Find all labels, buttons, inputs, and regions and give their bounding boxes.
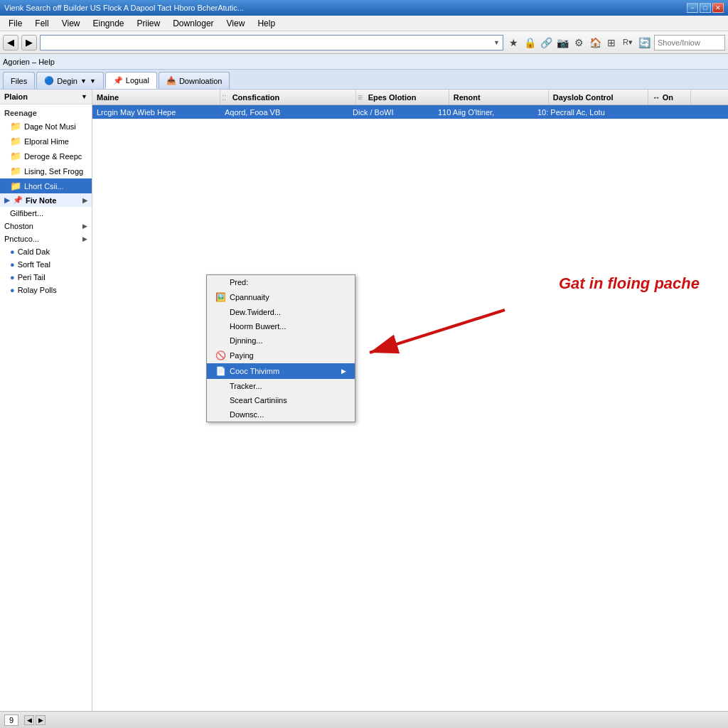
tab-degin-arrow2[interactable]: ▼ <box>90 77 96 85</box>
scroll-left-button[interactable]: ◀ <box>24 715 34 725</box>
tab-logual-label: Logual <box>126 76 149 85</box>
minimize-button[interactable]: − <box>687 3 698 13</box>
pin-icon: 📌 <box>13 196 23 205</box>
sidebar-item-fiv-note[interactable]: ▶ 📌 Fiv Note ▶ <box>0 193 92 207</box>
sidebar-item-lhort[interactable]: 📁 Lhort Csii... <box>0 178 92 193</box>
sidebar-section-reenage: Reenage <box>0 105 92 119</box>
menu-downloger[interactable]: Downloger <box>167 17 219 30</box>
address-dropdown-icon[interactable]: ▼ <box>493 39 500 46</box>
folder-icon-3: 📁 <box>10 151 21 161</box>
tab-degin-arrow[interactable]: ▼ <box>80 77 87 85</box>
ctx-cpannuaity[interactable]: 🖼️ Cpannuaity <box>207 289 355 305</box>
degin-icon: 🔵 <box>44 76 54 85</box>
tab-files-label: Files <box>11 77 27 85</box>
sidebar-item-dage-not-musi[interactable]: 📁 Dage Not Musi <box>0 119 92 134</box>
blue-dot-icon-4: ● <box>10 286 15 294</box>
tab-downloation-label: Downloation <box>179 77 223 85</box>
sidebar-item-sorft-teal[interactable]: ● Sorft Teal <box>0 258 92 271</box>
sidebar-item-peri-tail[interactable]: ● Peri Tail <box>0 271 92 284</box>
menu-view2[interactable]: View <box>221 17 251 30</box>
ctx-paying[interactable]: 🚫 Paying <box>207 348 355 363</box>
star-icon[interactable]: ★ <box>506 36 520 50</box>
camera-icon[interactable]: 📷 <box>555 36 569 50</box>
arrow-icon-fiv: ▶ <box>4 196 10 204</box>
ctx-downsc[interactable]: Downsc... <box>207 407 355 422</box>
col-sep-1: :: <box>220 92 228 102</box>
status-bar: 9 ◀ ▶ <box>0 711 728 728</box>
ctx-paying-icon: 🚫 <box>215 350 225 360</box>
menu-priiew[interactable]: Priiew <box>132 17 166 30</box>
r-dropdown[interactable]: R▾ <box>621 36 635 50</box>
search-input[interactable] <box>658 38 728 47</box>
col-header-dayslob[interactable]: Dayslob Control <box>549 90 648 105</box>
sidebar-item-choston[interactable]: Choston ▶ <box>0 220 92 232</box>
menu-file[interactable]: File <box>3 17 28 30</box>
close-button[interactable]: ✕ <box>712 3 724 13</box>
ctx-cooc-thivimm[interactable]: 📄 Cooc Thivimm ▶ <box>207 363 355 379</box>
ctx-tracker[interactable]: Tracker... <box>207 379 355 393</box>
col-sep-2: ≡ <box>356 92 364 102</box>
column-headers: Maine :: Consfication ≡ Epes Olotion Ren… <box>92 90 728 105</box>
context-menu-overlay: Pred: 🖼️ Cpannuaity Dew.Twiderd... Hoorm… <box>92 90 728 711</box>
col-header-maine[interactable]: Maine <box>92 90 220 105</box>
folder-icon-4: 📁 <box>10 166 21 176</box>
maximize-button[interactable]: □ <box>700 3 711 13</box>
sidebar-item-cald-dak[interactable]: ● Cald Dak <box>0 245 92 258</box>
sub-toolbar: Agorien – Help <box>0 54 728 70</box>
cell-epes: Dick / BoWI <box>348 108 434 117</box>
col-header-epes[interactable]: Epes Olotion <box>364 90 449 105</box>
menu-eingnde[interactable]: Eingnde <box>87 17 129 30</box>
ctx-djnning[interactable]: Djnning... <box>207 333 355 348</box>
address-input[interactable]: Talke: Seart 20205-0: Trauk 10.24-4/70 <box>43 38 493 47</box>
sidebar: Plaion ▼ Reenage 📁 Dage Not Musi 📁 Elpor… <box>0 90 92 711</box>
toolbar: ◀ ▶ Talke: Seart 20205-0: Trauk 10.24-4/… <box>0 31 728 54</box>
lock-icon[interactable]: 🔒 <box>523 36 537 50</box>
link-icon[interactable]: 🔗 <box>539 36 553 50</box>
col-header-confiscation[interactable]: Consfication <box>228 90 356 105</box>
forward-button[interactable]: ▶ <box>21 35 37 50</box>
ctx-sceart-cartiniins[interactable]: Sceart Cartiniins <box>207 393 355 407</box>
sidebar-item-elporal-hime[interactable]: 📁 Elporal Hime <box>0 134 92 149</box>
menu-fell[interactable]: Fell <box>29 17 54 30</box>
sidebar-header: Plaion ▼ <box>0 90 92 105</box>
gear-icon[interactable]: ⚙ <box>572 36 586 50</box>
ctx-pred[interactable]: Pred: <box>207 275 355 289</box>
menu-view[interactable]: View <box>56 17 86 30</box>
home-icon[interactable]: 🏠 <box>588 36 602 50</box>
back-button[interactable]: ◀ <box>3 35 18 50</box>
submenu-arrow-pnctuco: ▶ <box>82 235 87 242</box>
sidebar-item-pnctuco[interactable]: Pnctuco... ▶ <box>0 232 92 245</box>
cell-dayslob: 10: Pecrall Ac, Lotu <box>533 108 633 117</box>
blue-dot-icon-1: ● <box>10 247 15 256</box>
ctx-hoorm-buwert[interactable]: Hoorm Buwert... <box>207 319 355 333</box>
annotation-arrow <box>92 90 728 711</box>
tab-logual[interactable]: 📌 Logual <box>105 72 157 89</box>
address-bar: Talke: Seart 20205-0: Trauk 10.24-4/70 ▼ <box>40 35 503 50</box>
ctx-cooc-icon: 📄 <box>215 366 225 376</box>
refresh-icon[interactable]: 🔄 <box>637 36 651 50</box>
blue-dot-icon-3: ● <box>10 273 15 282</box>
sidebar-item-deroge[interactable]: 📁 Deroge & Reepc <box>0 149 92 164</box>
grid-icon[interactable]: ⊞ <box>604 36 619 50</box>
context-submenu: Pred: 🖼️ Cpannuaity Dew.Twiderd... Hoorm… <box>206 274 355 422</box>
cell-maine: Lrcgin May Wieb Hepe <box>92 108 220 117</box>
table-row[interactable]: Lrcgin May Wieb Hepe Aqord, Fooa VB Dick… <box>92 105 728 119</box>
scroll-right-button[interactable]: ▶ <box>36 715 46 725</box>
sidebar-item-gilfibert[interactable]: Gilfibert... <box>0 207 92 220</box>
cell-confiscation: Aqord, Fooa VB <box>220 108 348 117</box>
col-header-on[interactable]: ↔ On <box>648 90 691 105</box>
sidebar-item-lising[interactable]: 📁 Lising, Set Frogg <box>0 164 92 178</box>
tab-files[interactable]: Files <box>3 72 35 89</box>
ctx-dew-twiderd[interactable]: Dew.Twiderd... <box>207 305 355 319</box>
sidebar-item-rolay-polls[interactable]: ● Rolay Polls <box>0 284 92 296</box>
status-scroll: ◀ ▶ <box>24 715 46 725</box>
logual-icon: 📌 <box>113 76 123 85</box>
title-bar-title: Vienk Search off Builder US Flock A Dapo… <box>4 4 244 12</box>
tab-downloation[interactable]: 📥 Downloation <box>159 72 230 89</box>
menu-help[interactable]: Help <box>252 17 281 30</box>
svg-line-1 <box>370 310 505 353</box>
sidebar-header-arrow[interactable]: ▼ <box>81 93 87 100</box>
tab-degin-label: Degin <box>57 77 77 85</box>
col-header-renont[interactable]: Renont <box>449 90 549 105</box>
tab-degin[interactable]: 🔵 Degin ▼ ▼ <box>36 72 104 89</box>
